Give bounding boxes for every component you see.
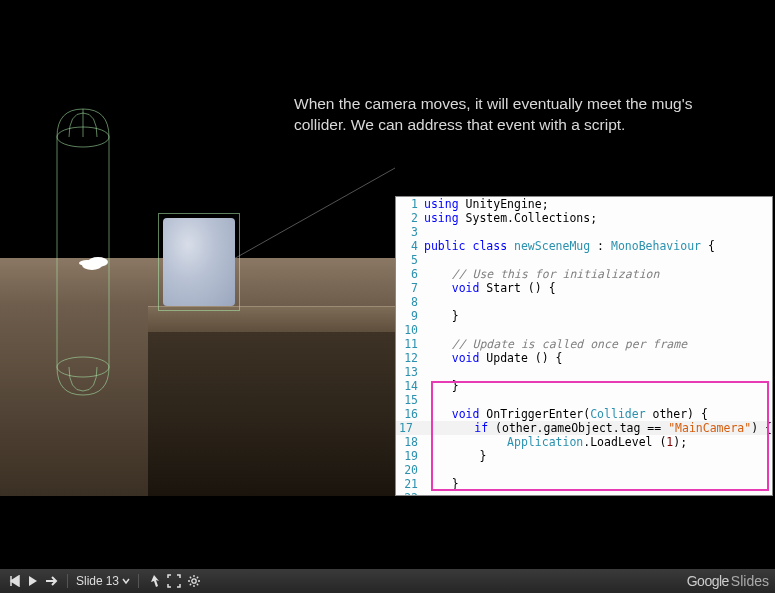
code-text xyxy=(424,323,772,337)
code-text: } xyxy=(424,449,772,463)
code-text xyxy=(424,295,772,309)
line-number: 20 xyxy=(396,463,424,477)
code-text: } xyxy=(424,309,772,323)
code-line: 5 xyxy=(396,253,772,267)
code-text: if (other.gameObject.tag == "MainCamera"… xyxy=(419,421,772,435)
svg-line-12 xyxy=(197,584,198,585)
slide-indicator[interactable]: Slide 13 xyxy=(73,574,133,588)
code-line: 8 xyxy=(396,295,772,309)
code-line: 15 xyxy=(396,393,772,407)
code-text: // Use this for initialization xyxy=(424,267,772,281)
code-text xyxy=(424,393,772,407)
camera-capsule-wireframe xyxy=(55,103,111,401)
code-line: 20 xyxy=(396,463,772,477)
svg-line-13 xyxy=(197,577,198,578)
line-number: 19 xyxy=(396,449,424,463)
line-number: 2 xyxy=(396,211,424,225)
line-number: 10 xyxy=(396,323,424,337)
play-button[interactable] xyxy=(24,569,42,593)
line-number: 1 xyxy=(396,197,424,211)
code-line: 6 // Use this for initialization xyxy=(396,267,772,281)
code-line: 2using System.Collections; xyxy=(396,211,772,225)
line-number: 13 xyxy=(396,365,424,379)
chevron-down-icon xyxy=(122,577,130,585)
code-panel: 1using UnityEngine;2using System.Collect… xyxy=(395,196,773,496)
line-number: 15 xyxy=(396,393,424,407)
code-line: 11 // Update is called once per frame xyxy=(396,337,772,351)
slide-number: 13 xyxy=(106,574,119,588)
line-number: 16 xyxy=(396,407,424,421)
code-line: 12 void Update () { xyxy=(396,351,772,365)
code-line: 19 } xyxy=(396,449,772,463)
line-number: 18 xyxy=(396,435,424,449)
line-number: 3 xyxy=(396,225,424,239)
menu-button[interactable] xyxy=(6,569,24,593)
code-text: public class newSceneMug : MonoBehaviour… xyxy=(424,239,772,253)
slide-content: When the camera moves, it will eventuall… xyxy=(0,38,775,496)
line-number: 14 xyxy=(396,379,424,393)
code-text xyxy=(424,491,772,496)
separator xyxy=(67,574,68,588)
line-number: 21 xyxy=(396,477,424,491)
code-text: } xyxy=(424,379,772,393)
line-number: 4 xyxy=(396,239,424,253)
line-number: 12 xyxy=(396,351,424,365)
line-number: 7 xyxy=(396,281,424,295)
code-line: 3 xyxy=(396,225,772,239)
code-text xyxy=(424,365,772,379)
code-text xyxy=(424,253,772,267)
svg-line-11 xyxy=(190,577,191,578)
presentation-toolbar: Slide 13 GoogleSlides xyxy=(0,569,775,593)
code-line: 13 xyxy=(396,365,772,379)
code-line: 10 xyxy=(396,323,772,337)
line-number: 22 xyxy=(396,491,424,496)
code-text: void OnTriggerEnter(Collider other) { xyxy=(424,407,772,421)
line-number: 8 xyxy=(396,295,424,309)
svg-line-14 xyxy=(190,584,191,585)
code-line: 1using UnityEngine; xyxy=(396,197,772,211)
slide-area: When the camera moves, it will eventuall… xyxy=(0,0,775,569)
code-text xyxy=(424,463,772,477)
separator xyxy=(138,574,139,588)
next-button[interactable] xyxy=(42,569,62,593)
code-text: using UnityEngine; xyxy=(424,197,772,211)
block-front xyxy=(148,332,395,496)
code-line: 21 } xyxy=(396,477,772,491)
line-number: 17 xyxy=(396,421,419,435)
brand-label[interactable]: GoogleSlides xyxy=(687,573,769,589)
settings-button[interactable] xyxy=(184,569,204,593)
code-line: 17 if (other.gameObject.tag == "MainCame… xyxy=(396,421,772,435)
line-number: 6 xyxy=(396,267,424,281)
code-text: using System.Collections; xyxy=(424,211,772,225)
code-line: 4public class newSceneMug : MonoBehaviou… xyxy=(396,239,772,253)
fullscreen-button[interactable] xyxy=(164,569,184,593)
code-line: 9 } xyxy=(396,309,772,323)
code-text xyxy=(424,225,772,239)
code-line: 14 } xyxy=(396,379,772,393)
slide-label: Slide xyxy=(76,574,103,588)
code-text: void Update () { xyxy=(424,351,772,365)
code-text: // Update is called once per frame xyxy=(424,337,772,351)
line-number: 5 xyxy=(396,253,424,267)
svg-point-6 xyxy=(192,579,196,583)
code-text: } xyxy=(424,477,772,491)
mug-collider-wireframe xyxy=(158,213,240,311)
code-line: 7 void Start () { xyxy=(396,281,772,295)
code-line: 18 Application.LoadLevel (1); xyxy=(396,435,772,449)
pointer-button[interactable] xyxy=(144,569,164,593)
line-number: 11 xyxy=(396,337,424,351)
code-line: 16 void OnTriggerEnter(Collider other) { xyxy=(396,407,772,421)
svg-point-2 xyxy=(57,357,109,377)
line-number: 9 xyxy=(396,309,424,323)
code-text: Application.LoadLevel (1); xyxy=(424,435,772,449)
brand-slides: Slides xyxy=(731,573,769,589)
code-line: 22 xyxy=(396,491,772,496)
code-lines: 1using UnityEngine;2using System.Collect… xyxy=(396,197,772,496)
brand-google: Google xyxy=(687,573,729,589)
slide-caption: When the camera moves, it will eventuall… xyxy=(294,94,694,136)
code-text: void Start () { xyxy=(424,281,772,295)
